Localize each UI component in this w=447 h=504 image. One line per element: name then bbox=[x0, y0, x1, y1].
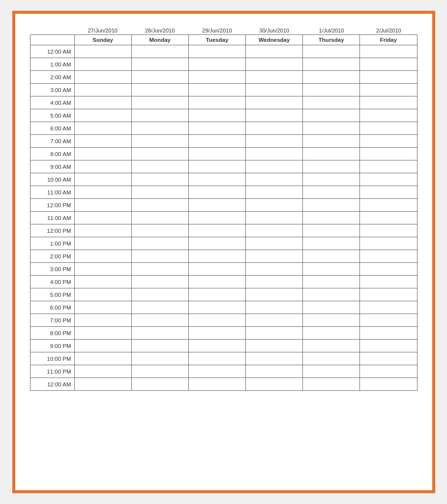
schedule-cell-19-1[interactable] bbox=[131, 288, 188, 301]
schedule-cell-6-2[interactable] bbox=[188, 122, 245, 135]
schedule-cell-0-0[interactable] bbox=[74, 45, 131, 58]
schedule-cell-23-3[interactable] bbox=[245, 340, 302, 352]
schedule-cell-8-2[interactable] bbox=[188, 148, 245, 160]
schedule-cell-6-5[interactable] bbox=[360, 122, 417, 135]
schedule-cell-21-4[interactable] bbox=[303, 314, 360, 327]
schedule-cell-11-0[interactable] bbox=[74, 186, 131, 199]
schedule-cell-4-5[interactable] bbox=[360, 96, 417, 109]
schedule-cell-21-5[interactable] bbox=[360, 314, 417, 327]
schedule-cell-15-5[interactable] bbox=[360, 237, 417, 250]
schedule-cell-18-3[interactable] bbox=[245, 276, 302, 288]
schedule-cell-16-1[interactable] bbox=[131, 250, 188, 263]
schedule-cell-12-0[interactable] bbox=[74, 199, 131, 212]
schedule-cell-8-5[interactable] bbox=[360, 148, 417, 160]
schedule-cell-0-4[interactable] bbox=[303, 45, 360, 58]
schedule-cell-9-5[interactable] bbox=[360, 160, 417, 173]
schedule-cell-23-0[interactable] bbox=[74, 340, 131, 352]
schedule-cell-15-2[interactable] bbox=[188, 237, 245, 250]
schedule-cell-24-5[interactable] bbox=[360, 352, 417, 365]
schedule-cell-6-3[interactable] bbox=[245, 122, 302, 135]
schedule-cell-25-2[interactable] bbox=[188, 365, 245, 378]
schedule-cell-19-5[interactable] bbox=[360, 288, 417, 301]
schedule-cell-3-1[interactable] bbox=[131, 84, 188, 96]
schedule-cell-9-0[interactable] bbox=[74, 160, 131, 173]
schedule-cell-26-3[interactable] bbox=[245, 378, 302, 391]
schedule-cell-12-4[interactable] bbox=[303, 199, 360, 212]
schedule-cell-26-4[interactable] bbox=[303, 378, 360, 391]
schedule-cell-2-4[interactable] bbox=[303, 71, 360, 84]
schedule-cell-11-4[interactable] bbox=[303, 186, 360, 199]
schedule-cell-9-3[interactable] bbox=[245, 160, 302, 173]
schedule-cell-21-0[interactable] bbox=[74, 314, 131, 327]
schedule-cell-18-5[interactable] bbox=[360, 276, 417, 288]
schedule-cell-20-5[interactable] bbox=[360, 301, 417, 314]
schedule-cell-19-3[interactable] bbox=[245, 288, 302, 301]
schedule-cell-13-4[interactable] bbox=[303, 212, 360, 224]
schedule-cell-5-2[interactable] bbox=[188, 109, 245, 122]
schedule-cell-5-1[interactable] bbox=[131, 109, 188, 122]
schedule-cell-25-3[interactable] bbox=[245, 365, 302, 378]
schedule-cell-10-1[interactable] bbox=[131, 173, 188, 186]
schedule-cell-4-1[interactable] bbox=[131, 96, 188, 109]
schedule-cell-12-1[interactable] bbox=[131, 199, 188, 212]
schedule-cell-3-5[interactable] bbox=[360, 84, 417, 96]
schedule-cell-2-2[interactable] bbox=[188, 71, 245, 84]
schedule-cell-11-2[interactable] bbox=[188, 186, 245, 199]
schedule-cell-5-5[interactable] bbox=[360, 109, 417, 122]
schedule-cell-20-1[interactable] bbox=[131, 301, 188, 314]
schedule-cell-13-3[interactable] bbox=[245, 212, 302, 224]
schedule-cell-10-5[interactable] bbox=[360, 173, 417, 186]
schedule-cell-21-2[interactable] bbox=[188, 314, 245, 327]
schedule-cell-14-3[interactable] bbox=[245, 224, 302, 237]
schedule-cell-1-1[interactable] bbox=[131, 58, 188, 71]
schedule-cell-20-0[interactable] bbox=[74, 301, 131, 314]
schedule-cell-0-2[interactable] bbox=[188, 45, 245, 58]
schedule-cell-8-1[interactable] bbox=[131, 148, 188, 160]
schedule-cell-18-0[interactable] bbox=[74, 276, 131, 288]
schedule-cell-20-2[interactable] bbox=[188, 301, 245, 314]
schedule-cell-7-4[interactable] bbox=[303, 135, 360, 148]
schedule-cell-6-4[interactable] bbox=[303, 122, 360, 135]
schedule-cell-26-0[interactable] bbox=[74, 378, 131, 391]
schedule-cell-7-5[interactable] bbox=[360, 135, 417, 148]
schedule-cell-17-1[interactable] bbox=[131, 263, 188, 276]
schedule-cell-6-1[interactable] bbox=[131, 122, 188, 135]
schedule-cell-10-2[interactable] bbox=[188, 173, 245, 186]
schedule-cell-23-4[interactable] bbox=[303, 340, 360, 352]
schedule-cell-19-2[interactable] bbox=[188, 288, 245, 301]
schedule-cell-23-5[interactable] bbox=[360, 340, 417, 352]
schedule-cell-12-2[interactable] bbox=[188, 199, 245, 212]
schedule-cell-11-3[interactable] bbox=[245, 186, 302, 199]
schedule-cell-18-4[interactable] bbox=[303, 276, 360, 288]
schedule-cell-19-0[interactable] bbox=[74, 288, 131, 301]
schedule-cell-17-2[interactable] bbox=[188, 263, 245, 276]
schedule-cell-2-3[interactable] bbox=[245, 71, 302, 84]
schedule-cell-11-1[interactable] bbox=[131, 186, 188, 199]
schedule-cell-11-5[interactable] bbox=[360, 186, 417, 199]
schedule-cell-3-2[interactable] bbox=[188, 84, 245, 96]
schedule-cell-3-3[interactable] bbox=[245, 84, 302, 96]
schedule-cell-9-4[interactable] bbox=[303, 160, 360, 173]
schedule-cell-1-5[interactable] bbox=[360, 58, 417, 71]
schedule-cell-8-0[interactable] bbox=[74, 148, 131, 160]
schedule-cell-8-3[interactable] bbox=[245, 148, 302, 160]
schedule-cell-10-0[interactable] bbox=[74, 173, 131, 186]
schedule-cell-20-3[interactable] bbox=[245, 301, 302, 314]
schedule-cell-4-0[interactable] bbox=[74, 96, 131, 109]
schedule-cell-22-5[interactable] bbox=[360, 327, 417, 340]
schedule-cell-7-2[interactable] bbox=[188, 135, 245, 148]
schedule-cell-23-2[interactable] bbox=[188, 340, 245, 352]
schedule-cell-9-1[interactable] bbox=[131, 160, 188, 173]
schedule-cell-21-3[interactable] bbox=[245, 314, 302, 327]
schedule-cell-2-1[interactable] bbox=[131, 71, 188, 84]
schedule-cell-13-1[interactable] bbox=[131, 212, 188, 224]
schedule-cell-14-0[interactable] bbox=[74, 224, 131, 237]
schedule-cell-26-2[interactable] bbox=[188, 378, 245, 391]
schedule-cell-3-4[interactable] bbox=[303, 84, 360, 96]
schedule-cell-14-5[interactable] bbox=[360, 224, 417, 237]
schedule-cell-22-2[interactable] bbox=[188, 327, 245, 340]
schedule-cell-20-4[interactable] bbox=[303, 301, 360, 314]
schedule-cell-16-4[interactable] bbox=[303, 250, 360, 263]
schedule-cell-16-5[interactable] bbox=[360, 250, 417, 263]
schedule-cell-22-4[interactable] bbox=[303, 327, 360, 340]
